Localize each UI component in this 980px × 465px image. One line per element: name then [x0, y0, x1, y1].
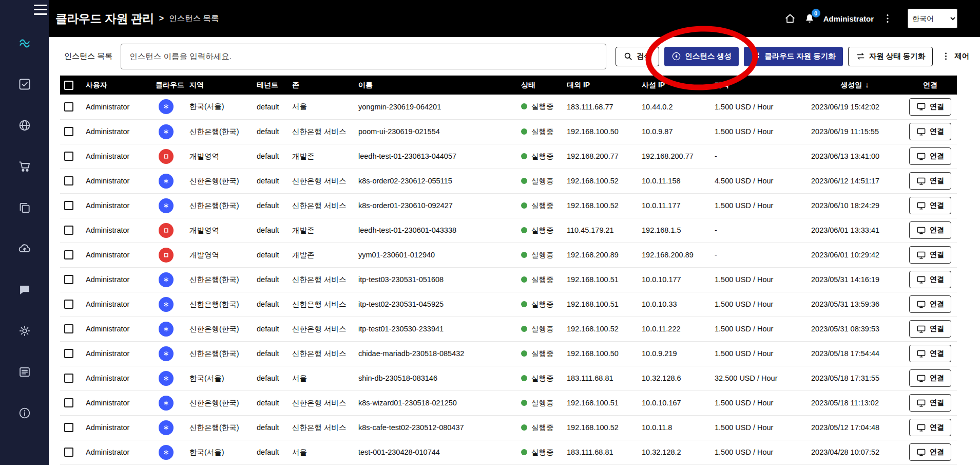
table-row[interactable]: Administrator 신한은행(한국) default 신한은행 서비스 …	[60, 119, 957, 144]
hamburger-menu-icon[interactable]	[34, 5, 47, 15]
table-row[interactable]: Administrator 신한은행(한국) default 신한은행 서비스 …	[60, 193, 957, 218]
connect-button[interactable]: 연결	[909, 394, 951, 412]
row-checkbox[interactable]	[64, 374, 73, 383]
search-input[interactable]	[121, 44, 606, 69]
instance-table-body: Administrator 한국(서울) default 서울 yongmin-…	[60, 95, 957, 464]
row-checkbox[interactable]	[64, 324, 73, 333]
language-select[interactable]: 한국어	[908, 9, 957, 28]
connect-button[interactable]: 연결	[909, 147, 951, 165]
cell-external-ip: 192.168.100.51	[567, 390, 642, 415]
copy-icon[interactable]	[18, 201, 31, 214]
table-row[interactable]: Administrator 신한은행(한국) default 신한은행 서비스 …	[60, 390, 957, 415]
table-row[interactable]: Administrator 한국(서울) default 서울 yongmin-…	[60, 95, 957, 119]
control-button[interactable]: 제어	[938, 47, 972, 66]
table-row[interactable]: Administrator 개발영역 default 개발존 yym01-230…	[60, 243, 957, 267]
row-checkbox[interactable]	[64, 152, 73, 161]
cell-price: 1.500 USD / Hour	[715, 317, 806, 341]
cell-private-ip: 192.168.200.89	[642, 243, 715, 267]
user-menu-kebab-icon[interactable]	[882, 13, 893, 24]
cell-zone: 서울	[292, 95, 358, 119]
row-checkbox[interactable]	[64, 349, 73, 358]
cell-cloud	[156, 341, 189, 366]
column-header-private-ip: 사설 IP	[642, 76, 715, 95]
cloud-provider-icon	[159, 445, 174, 460]
connect-button[interactable]: 연결	[909, 246, 951, 264]
connect-button[interactable]: 연결	[909, 369, 951, 387]
sort-desc-icon[interactable]: ↓	[865, 80, 869, 89]
table-row[interactable]: Administrator 신한은행(한국) default 신한은행 서비스 …	[60, 415, 957, 440]
cell-name: k8s-wizard01-230518-021250	[358, 390, 521, 415]
server-list-icon[interactable]	[18, 365, 31, 379]
cloud-upload-icon[interactable]	[18, 242, 31, 255]
cloud-provider-icon	[159, 174, 174, 189]
table-row[interactable]: Administrator 한국(서울) default 서울 shin-db-…	[60, 366, 957, 390]
cell-status: 실행중	[521, 95, 567, 119]
cart-icon[interactable]	[18, 160, 31, 173]
connect-button[interactable]: 연결	[909, 320, 951, 338]
table-row[interactable]: Administrator 개발영역 default 개발존 leedh-tes…	[60, 144, 957, 169]
row-checkbox[interactable]	[64, 102, 73, 111]
connect-button[interactable]: 연결	[909, 172, 951, 190]
table-row[interactable]: Administrator 신한은행(한국) default 신한은행 서비스 …	[60, 169, 957, 193]
row-checkbox[interactable]	[64, 398, 73, 407]
search-button[interactable]: 검색	[616, 47, 659, 66]
cell-user: Administrator	[86, 390, 156, 415]
connect-button[interactable]: 연결	[909, 271, 951, 288]
cell-connect: 연결	[904, 415, 957, 440]
connect-button[interactable]: 연결	[909, 123, 951, 140]
monitor-icon	[916, 324, 926, 334]
cell-status: 실행중	[521, 193, 567, 218]
cell-user: Administrator	[86, 144, 156, 169]
connect-button[interactable]: 연결	[909, 419, 951, 436]
row-checkbox[interactable]	[64, 127, 73, 136]
status-text: 실행중	[531, 201, 554, 210]
info-icon[interactable]	[18, 406, 31, 420]
brand-wave-icon[interactable]	[18, 36, 31, 50]
settings-gear-icon[interactable]	[18, 324, 31, 338]
cell-price: -	[715, 144, 806, 169]
table-row[interactable]: Administrator 신한은행(한국) default 신한은행 서비스 …	[60, 267, 957, 292]
row-checkbox[interactable]	[64, 250, 73, 259]
chat-icon[interactable]	[18, 283, 31, 296]
cell-cloud	[156, 169, 189, 193]
status-running-dot	[521, 202, 527, 209]
table-row[interactable]: Administrator 신한은행(한국) default 신한은행 서비스 …	[60, 341, 957, 366]
sync-resource-status-button[interactable]: 자원 상태 동기화	[848, 47, 933, 66]
select-all-checkbox[interactable]	[64, 81, 73, 90]
column-header-user: 사용자	[86, 76, 156, 95]
cell-user: Administrator	[86, 119, 156, 144]
notification-bell-icon[interactable]: 0	[804, 13, 815, 24]
table-row[interactable]: Administrator 신한은행(한국) default 신한은행 서비스 …	[60, 292, 957, 317]
table-row[interactable]: Administrator 한국(서울) default 서울 test-001…	[60, 440, 957, 464]
connect-button[interactable]: 연결	[909, 98, 951, 116]
create-instance-button[interactable]: 인스턴스 생성	[664, 47, 739, 66]
row-checkbox[interactable]	[64, 275, 73, 284]
row-checkbox[interactable]	[64, 201, 73, 210]
home-icon[interactable]	[784, 13, 796, 24]
status-running-dot	[521, 128, 527, 135]
cell-zone: 개발존	[292, 144, 358, 169]
row-checkbox[interactable]	[64, 423, 73, 432]
connect-button[interactable]: 연결	[909, 221, 951, 239]
column-header-tenant: 테넌트	[257, 76, 292, 95]
cell-tenant: default	[257, 390, 292, 415]
row-checkbox[interactable]	[64, 300, 73, 309]
globe-icon[interactable]	[18, 119, 31, 132]
monitor-icon	[916, 250, 926, 260]
cell-created: 2023/06/10 18:24:29	[806, 193, 904, 218]
cell-zone: 개발존	[292, 243, 358, 267]
table-row[interactable]: Administrator 신한은행(한국) default 신한은행 서비스 …	[60, 317, 957, 341]
monitor-icon	[916, 349, 926, 359]
check-square-icon[interactable]	[18, 78, 31, 91]
cell-private-ip: 10.32.128.2	[642, 440, 715, 464]
table-row[interactable]: Administrator 개발영역 default 개발존 leedh-tes…	[60, 218, 957, 243]
connect-button[interactable]: 연결	[909, 443, 951, 461]
row-checkbox[interactable]	[64, 448, 73, 457]
connect-button[interactable]: 연결	[909, 345, 951, 362]
row-checkbox[interactable]	[64, 176, 73, 185]
connect-button[interactable]: 연결	[909, 197, 951, 214]
row-checkbox[interactable]	[64, 226, 73, 235]
sync-cloud-resources-button[interactable]: 클라우드 자원 동기화	[744, 47, 843, 66]
cell-connect: 연결	[904, 119, 957, 144]
connect-button[interactable]: 연결	[909, 295, 951, 313]
